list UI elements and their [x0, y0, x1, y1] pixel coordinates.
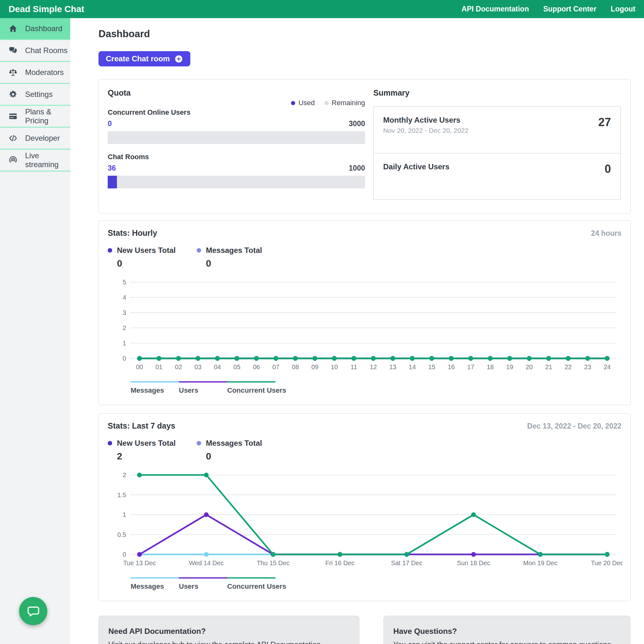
svg-text:5: 5: [123, 279, 126, 286]
stats-hourly-panel: Stats: Hourly 24 hours New Users Total 0…: [98, 220, 631, 405]
legend-concurrent-users: Concurrent Users: [227, 381, 275, 395]
nav-support-center[interactable]: Support Center: [543, 5, 596, 13]
counter-value: 0: [206, 451, 262, 462]
sidebar-item-plans-pricing[interactable]: Plans & Pricing: [0, 106, 70, 128]
sidebar-item-label: Chat Rooms: [25, 46, 67, 55]
svg-text:15: 15: [428, 363, 435, 370]
sidebar-item-dashboard[interactable]: Dashboard: [0, 18, 70, 40]
main-content: Dashboard Create Chat room Quota Used Re…: [70, 18, 644, 644]
counter-label: Messages Total: [206, 246, 262, 255]
svg-text:10: 10: [331, 363, 338, 370]
remaining-dot: [324, 101, 329, 105]
svg-text:0: 0: [123, 355, 126, 362]
quota-section: Quota Used Remaining Concurrent Online U…: [108, 86, 365, 200]
svg-text:21: 21: [545, 363, 552, 370]
quota-max-value: 3000: [349, 119, 365, 128]
quota-title: Quota: [108, 88, 365, 98]
help-chat-widget[interactable]: [19, 597, 47, 625]
create-chat-room-label: Create Chat room: [106, 54, 170, 63]
counter-new-users: New Users Total 2: [108, 439, 176, 462]
quota-bar-numbers: 0 3000: [108, 119, 365, 128]
sidebar-item-label: Moderators: [25, 68, 64, 77]
svg-text:2: 2: [123, 471, 126, 478]
top-bar: Dead Simple Chat API Documentation Suppo…: [0, 0, 644, 18]
counter-messages: Messages Total 0: [197, 439, 262, 462]
svg-text:Tue 20 Dec: Tue 20 Dec: [591, 559, 622, 566]
chat-widget-icon: [26, 604, 41, 619]
new-users-dot: [108, 248, 112, 253]
sidebar-item-label: Settings: [25, 90, 53, 99]
legend-used: Used: [291, 99, 315, 107]
broadcast-icon: [9, 156, 17, 165]
sidebar-item-developer[interactable]: Developer: [0, 128, 70, 150]
sidebar-item-moderators[interactable]: Moderators: [0, 62, 70, 84]
sidebar: Dashboard Chat Rooms Moderators Settings…: [0, 18, 70, 644]
quota-bar-concurrent-users: Concurrent Online Users 0 3000: [108, 108, 365, 144]
stats-week-header: Stats: Last 7 days Dec 13, 2022 - Dec 20…: [108, 421, 621, 430]
app-window: Dead Simple Chat API Documentation Suppo…: [0, 0, 644, 644]
counter-label: New Users Total: [117, 439, 176, 448]
svg-text:03: 03: [194, 363, 201, 370]
svg-text:13: 13: [389, 363, 396, 370]
sidebar-item-live-streaming[interactable]: Live streaming: [0, 150, 70, 172]
counter-new-users: New Users Total 0: [108, 246, 176, 269]
nav-api-documentation[interactable]: API Documentation: [462, 5, 529, 13]
hourly-chart-area: 0123450001020304050607080910111213141516…: [108, 278, 621, 374]
stats-week-panel: Stats: Last 7 days Dec 13, 2022 - Dec 20…: [98, 413, 631, 601]
svg-text:0.5: 0.5: [117, 531, 126, 538]
legend-concurrent-users: Concurrent Users: [227, 577, 275, 591]
svg-text:Sun 18 Dec: Sun 18 Dec: [457, 559, 490, 566]
svg-text:20: 20: [526, 363, 533, 370]
gear-icon: [9, 90, 17, 99]
summary-title: Summary: [373, 88, 621, 98]
quota-bar-numbers: 36 1000: [108, 164, 365, 173]
summary-row-monthly: Monthly Active Users Nov 20, 2022 - Dec …: [374, 107, 620, 153]
svg-text:08: 08: [292, 363, 299, 370]
create-chat-room-button[interactable]: Create Chat room: [98, 51, 190, 66]
summary-row-label: Daily Active Users: [383, 162, 450, 171]
top-nav: API Documentation Support Center Logout: [447, 5, 635, 13]
svg-text:2: 2: [123, 324, 126, 331]
info-card-title: Have Questions?: [393, 627, 620, 636]
sidebar-item-label: Developer: [25, 134, 60, 143]
page-title: Dashboard: [98, 28, 631, 40]
svg-text:Mon 19 Dec: Mon 19 Dec: [523, 559, 558, 566]
week-line-chart: 00.511.52Tue 13 DecWed 14 DecThu 15 DecF…: [108, 471, 622, 569]
sidebar-item-chat-rooms[interactable]: Chat Rooms: [0, 40, 70, 62]
counter-value: 0: [206, 258, 262, 269]
stats-week-range: Dec 13, 2022 - Dec 20, 2022: [527, 422, 621, 430]
svg-text:16: 16: [448, 363, 455, 370]
summary-row-daily: Daily Active Users 0: [374, 153, 620, 200]
sidebar-item-settings[interactable]: Settings: [0, 84, 70, 106]
nav-logout[interactable]: Logout: [611, 5, 635, 13]
code-icon: [9, 134, 17, 143]
legend-users: Users: [179, 381, 227, 395]
svg-text:19: 19: [506, 363, 513, 370]
hourly-line-chart: 0123450001020304050607080910111213141516…: [108, 278, 622, 373]
svg-text:Thu 15 Dec: Thu 15 Dec: [257, 559, 289, 566]
stats-hourly-header: Stats: Hourly 24 hours: [108, 228, 621, 238]
stats-hourly-range: 24 hours: [591, 229, 621, 238]
svg-text:00: 00: [136, 363, 143, 370]
info-card-title: Need API Documentation?: [108, 627, 349, 636]
summary-row-period: Nov 20, 2022 - Dec 20, 2022: [383, 127, 469, 134]
svg-text:Fri 16 Dec: Fri 16 Dec: [325, 559, 355, 566]
hourly-chart-legend: Messages Users Concurrent Users: [131, 381, 621, 395]
summary-row-label: Monthly Active Users: [383, 116, 469, 125]
svg-text:22: 22: [565, 363, 572, 370]
svg-text:09: 09: [311, 363, 318, 370]
used-dot: [291, 101, 295, 105]
summary-section: Summary Monthly Active Users Nov 20, 202…: [373, 86, 621, 200]
quota-progress-fill: [108, 176, 117, 188]
legend-remaining-label: Remaining: [332, 99, 365, 107]
legend-users: Users: [179, 577, 227, 591]
info-card-body: Visit our developer hub to view the comp…: [108, 641, 349, 644]
summary-row-value: 0: [605, 162, 611, 191]
svg-text:05: 05: [234, 363, 241, 370]
info-card-body: You can visit the support center for ans…: [393, 641, 620, 644]
svg-text:3: 3: [123, 309, 126, 316]
new-users-dot: [108, 441, 112, 445]
legend-used-label: Used: [298, 99, 315, 107]
quota-bar-label: Chat Rooms: [108, 153, 365, 161]
week-chart-area: 00.511.52Tue 13 DecWed 14 DecThu 15 DecF…: [108, 471, 621, 570]
